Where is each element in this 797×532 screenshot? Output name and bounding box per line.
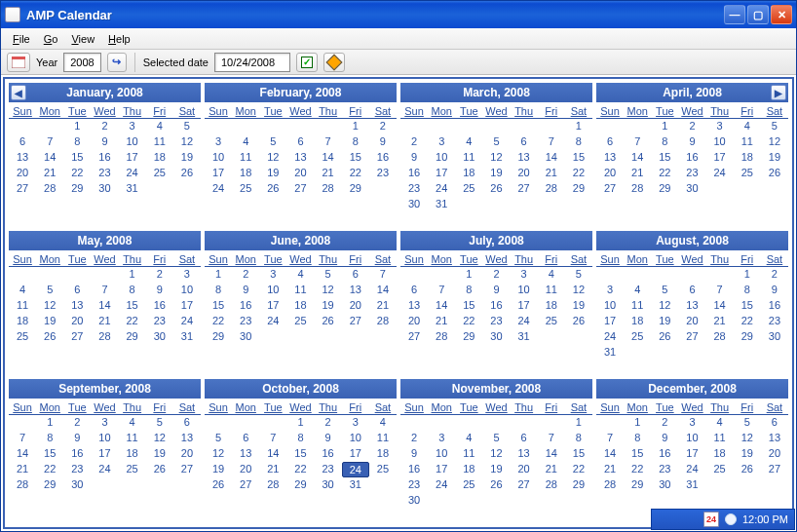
day-cell[interactable]: 21 xyxy=(624,166,651,181)
day-cell[interactable]: 16 xyxy=(232,298,259,314)
day-cell[interactable]: 22 xyxy=(455,314,482,329)
day-cell[interactable]: 9 xyxy=(400,446,428,462)
day-cell[interactable]: 24 xyxy=(678,462,705,477)
day-cell[interactable]: 30 xyxy=(400,493,428,509)
day-cell[interactable]: 20 xyxy=(678,314,705,329)
day-cell[interactable]: 15 xyxy=(286,446,314,462)
day-cell[interactable]: 30 xyxy=(678,181,705,197)
day-cell[interactable]: 5 xyxy=(36,283,63,298)
day-cell[interactable]: 5 xyxy=(482,134,510,150)
day-cell[interactable]: 19 xyxy=(651,314,678,329)
day-cell[interactable]: 29 xyxy=(624,477,651,493)
day-cell[interactable]: 7 xyxy=(315,134,342,150)
day-cell[interactable]: 19 xyxy=(205,462,232,477)
day-cell[interactable]: 29 xyxy=(342,181,369,197)
day-cell[interactable]: 21 xyxy=(9,462,36,477)
day-cell[interactable]: 23 xyxy=(482,314,510,329)
day-cell[interactable]: 7 xyxy=(36,134,63,150)
day-cell[interactable]: 4 xyxy=(146,119,173,134)
day-cell[interactable]: 30 xyxy=(761,329,788,345)
day-cell[interactable]: 8 xyxy=(63,134,91,150)
day-cell[interactable]: 30 xyxy=(482,329,510,345)
day-cell[interactable]: 5 xyxy=(315,267,342,283)
day-cell[interactable]: 7 xyxy=(596,431,624,446)
day-cell[interactable]: 22 xyxy=(565,166,592,181)
day-cell[interactable]: 15 xyxy=(342,150,369,166)
day-cell[interactable]: 6 xyxy=(678,283,705,298)
day-cell[interactable]: 22 xyxy=(286,462,314,477)
day-cell[interactable]: 29 xyxy=(36,477,63,493)
day-cell[interactable]: 19 xyxy=(173,150,201,166)
day-cell[interactable]: 22 xyxy=(342,166,369,181)
day-cell[interactable]: 14 xyxy=(259,446,286,462)
day-cell[interactable]: 7 xyxy=(91,283,118,298)
day-cell[interactable]: 16 xyxy=(482,298,510,314)
day-cell[interactable]: 25 xyxy=(455,181,482,197)
day-cell[interactable]: 20 xyxy=(232,462,259,477)
day-cell[interactable]: 25 xyxy=(9,329,36,345)
day-cell[interactable]: 25 xyxy=(146,166,173,181)
day-cell[interactable]: 14 xyxy=(428,298,455,314)
day-cell[interactable]: 1 xyxy=(286,415,314,431)
day-cell[interactable]: 28 xyxy=(428,329,455,345)
day-cell[interactable]: 16 xyxy=(678,150,705,166)
day-cell[interactable]: 24 xyxy=(91,462,118,477)
day-cell[interactable]: 1 xyxy=(342,119,369,134)
day-cell[interactable]: 14 xyxy=(9,446,36,462)
day-cell[interactable]: 12 xyxy=(651,298,678,314)
calendar-icon[interactable] xyxy=(7,53,30,72)
day-cell[interactable]: 9 xyxy=(146,283,173,298)
day-cell[interactable]: 12 xyxy=(205,446,232,462)
day-cell[interactable]: 24 xyxy=(428,181,455,197)
day-cell[interactable]: 11 xyxy=(232,150,259,166)
day-cell[interactable]: 4 xyxy=(624,283,651,298)
day-cell[interactable]: 8 xyxy=(286,431,314,446)
day-cell[interactable]: 11 xyxy=(734,134,761,150)
day-cell[interactable]: 2 xyxy=(482,267,510,283)
day-cell[interactable]: 11 xyxy=(286,283,314,298)
day-cell[interactable]: 24 xyxy=(342,462,369,477)
day-cell[interactable]: 5 xyxy=(146,415,173,431)
day-cell[interactable]: 10 xyxy=(706,134,734,150)
day-cell[interactable]: 14 xyxy=(315,150,342,166)
day-cell[interactable]: 1 xyxy=(565,119,592,134)
day-cell[interactable]: 15 xyxy=(651,150,678,166)
day-cell[interactable]: 26 xyxy=(205,477,232,493)
day-cell[interactable]: 29 xyxy=(455,329,482,345)
day-cell[interactable]: 15 xyxy=(734,298,761,314)
day-cell[interactable]: 25 xyxy=(119,462,146,477)
day-cell[interactable]: 10 xyxy=(511,283,538,298)
day-cell[interactable]: 22 xyxy=(63,166,91,181)
day-cell[interactable]: 13 xyxy=(596,150,624,166)
day-cell[interactable]: 8 xyxy=(455,283,482,298)
day-cell[interactable]: 5 xyxy=(761,119,788,134)
day-cell[interactable]: 16 xyxy=(400,166,428,181)
day-cell[interactable]: 22 xyxy=(119,314,146,329)
day-cell[interactable]: 30 xyxy=(232,329,259,345)
day-cell[interactable]: 23 xyxy=(761,314,788,329)
day-cell[interactable]: 5 xyxy=(651,283,678,298)
day-cell[interactable]: 9 xyxy=(761,283,788,298)
day-cell[interactable]: 27 xyxy=(400,329,428,345)
day-cell[interactable]: 2 xyxy=(651,415,678,431)
day-cell[interactable]: 10 xyxy=(205,150,232,166)
day-cell[interactable]: 6 xyxy=(511,134,538,150)
day-cell[interactable]: 19 xyxy=(259,166,286,181)
day-cell[interactable]: 24 xyxy=(259,314,286,329)
day-cell[interactable]: 24 xyxy=(205,181,232,197)
day-cell[interactable]: 23 xyxy=(63,462,91,477)
day-cell[interactable]: 4 xyxy=(9,283,36,298)
day-cell[interactable]: 31 xyxy=(511,329,538,345)
prev-year-button[interactable]: ◀ xyxy=(11,85,26,100)
day-cell[interactable]: 26 xyxy=(482,181,510,197)
day-cell[interactable]: 12 xyxy=(259,150,286,166)
day-cell[interactable]: 24 xyxy=(706,166,734,181)
day-cell[interactable]: 25 xyxy=(624,329,651,345)
day-cell[interactable]: 19 xyxy=(482,166,510,181)
day-cell[interactable]: 10 xyxy=(428,446,455,462)
day-cell[interactable]: 10 xyxy=(678,431,705,446)
day-cell[interactable]: 2 xyxy=(400,134,428,150)
day-cell[interactable]: 29 xyxy=(205,329,232,345)
day-cell[interactable]: 11 xyxy=(146,134,173,150)
day-cell[interactable]: 17 xyxy=(706,150,734,166)
